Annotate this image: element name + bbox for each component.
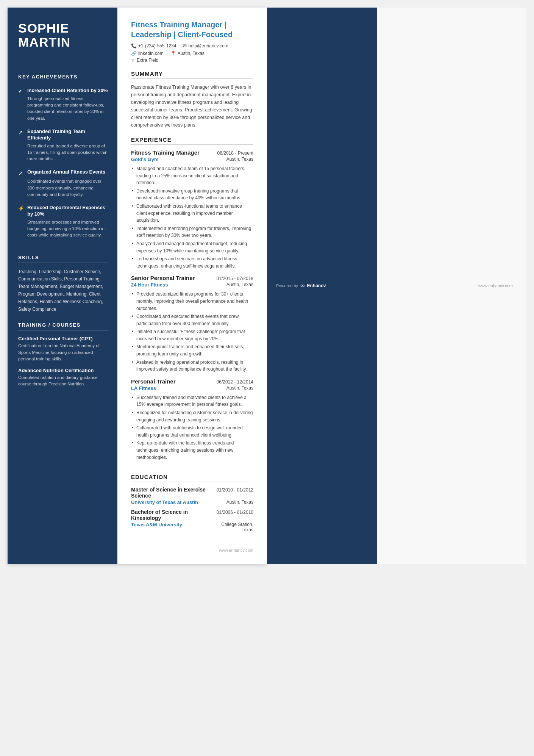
email-contact: ✉ help@enhancv.com: [183, 43, 228, 49]
education-title: EDUCATION: [131, 474, 253, 480]
edu-1-school: University of Texas at Austin: [131, 499, 198, 505]
website-footer: www.enhancv.com: [219, 548, 253, 553]
achievements-title: KEY ACHIEVEMENTS: [18, 74, 108, 80]
training-title: TRAINING / COURSES: [18, 322, 108, 328]
phone-value: +1-(234)-555-1234: [138, 43, 176, 49]
location-value: Austin, Texas: [178, 51, 205, 56]
job-1-company: Gold's Gym: [131, 157, 158, 162]
bullet: Coordinated and executed fitness events …: [131, 313, 253, 327]
job-1-title: Fitness Training Manager: [131, 149, 200, 156]
training-section: TRAINING / COURSES Certified Personal Tr…: [18, 313, 108, 393]
job-1-bullets: Managed and coached a team of 15 persona…: [131, 165, 253, 269]
professional-title: Fitness Training Manager | Leadership | …: [131, 20, 253, 39]
job-2-location: Austin, Texas: [226, 282, 253, 288]
training-2-title: Advanced Nutrition Certification: [18, 368, 108, 373]
training-1-desc: Certification from the National Academy …: [18, 343, 108, 362]
job-2: Senior Personal Trainer 01/2015 - 07/201…: [131, 275, 253, 378]
edu-2-dates: 01/2006 - 01/2010: [217, 510, 253, 515]
sidebar-footer: Powered by ∞ Enhancv: [267, 8, 377, 564]
linkedin-value: linkedin.com: [138, 51, 164, 56]
achievement-3: ↗ Organized Annual Fitness Events Coordi…: [18, 169, 108, 198]
bullet: Mentored junior trainers and enhanced th…: [131, 343, 253, 357]
arrow-up-icon-1: ↗: [18, 129, 24, 136]
enhancv-brand: Enhancv: [307, 283, 326, 288]
job-2-bullets: Provided customized fitness programs for…: [131, 291, 253, 373]
bullet: Recognized for outstanding customer serv…: [131, 409, 253, 423]
experience-title: EXPERIENCE: [131, 136, 253, 143]
skills-section: SKILLS Teaching, Leadership, Customer Se…: [18, 246, 108, 313]
achievement-3-desc: Coordinated events that engaged over 300…: [27, 178, 108, 198]
achievement-4-desc: Streamlined processes and improved budge…: [27, 219, 108, 239]
job-3-location: Austin, Texas: [226, 385, 253, 391]
achievement-4: ⚡ Reduced Departmental Expenses by 10% S…: [18, 205, 108, 239]
bullet: Kept up-to-date with the latest fitness …: [131, 440, 253, 461]
lightning-icon: ⚡: [18, 205, 24, 211]
arrow-up-icon-2: ↗: [18, 170, 24, 177]
extra-value: Extra Field: [137, 58, 158, 63]
checkmark-icon: ✔: [18, 88, 24, 94]
bullet: Assisted in revising operational protoco…: [131, 359, 253, 373]
candidate-name: SOPHIE MARTIN: [18, 21, 108, 50]
skills-text: Teaching, Leadership, Customer Service, …: [18, 268, 108, 313]
edu-2-location: College Station,Texas: [221, 522, 253, 532]
email-icon: ✉: [183, 43, 187, 49]
job-3-bullets: Successfully trained and motivated clien…: [131, 394, 253, 461]
achievement-1-desc: Through personalized fitness programming…: [27, 95, 108, 122]
bullet: Provided customized fitness programs for…: [131, 291, 253, 312]
job-3-title: Personal Trainer: [131, 378, 176, 385]
phone-icon: 📞: [131, 43, 137, 49]
training-2: Advanced Nutrition Certification Complet…: [18, 368, 108, 388]
job-1-dates: 08/2018 - Present: [217, 150, 253, 156]
job-3-dates: 06/2012 - 12/2014: [217, 379, 253, 385]
bullet: Implemented a mentoring program for trai…: [131, 225, 253, 239]
achievement-2-title: Expanded Training Team Efficiently: [27, 128, 108, 141]
training-1-title: Certified Personal Trainer (CPT): [18, 336, 108, 341]
bullet: Successfully trained and motivated clien…: [131, 394, 253, 408]
edu-1: Master of Science in Exercise Science 01…: [131, 487, 253, 509]
edu-1-degree: Master of Science in Exercise Science: [131, 487, 217, 499]
summary-title: SUMMARY: [131, 70, 253, 77]
job-2-company: 24 Hour Fitness: [131, 282, 168, 288]
job-1-location: Austin, Texas: [226, 157, 253, 162]
achievement-3-title: Organized Annual Fitness Events: [27, 169, 105, 175]
bullet: Initiated a successful 'Fitness Challeng…: [131, 328, 253, 342]
sidebar: SOPHIE MARTIN KEY ACHIEVEMENTS ✔ Increas…: [8, 8, 117, 564]
powered-by-label: Powered by ∞ Enhancv: [276, 282, 326, 289]
achievement-4-title: Reduced Departmental Expenses by 10%: [27, 205, 108, 218]
email-value: help@enhancv.com: [188, 43, 228, 49]
edu-2: Bachelor of Science in Kinesiology 01/20…: [131, 509, 253, 536]
star-icon: ☆: [131, 58, 135, 63]
bullet: Developed innovative group training prog…: [131, 188, 253, 202]
training-1: Certified Personal Trainer (CPT) Certifi…: [18, 336, 108, 362]
achievement-1-title: Increased Client Retention by 30%: [27, 88, 108, 94]
extra-field-row: ☆ Extra Field: [131, 58, 253, 63]
job-1: Fitness Training Manager 08/2018 - Prese…: [131, 149, 253, 275]
enhancv-logo-icon: ∞: [300, 282, 304, 289]
location-icon: 📍: [170, 51, 176, 56]
footer-website: www.enhancv.com: [478, 283, 513, 288]
phone-contact: 📞 +1-(234)-555-1234: [131, 43, 176, 49]
contact-row: 📞 +1-(234)-555-1234 ✉ help@enhancv.com 🔗…: [131, 43, 253, 56]
linkedin-contact: 🔗 linkedin.com: [131, 51, 164, 56]
achievements-section: KEY ACHIEVEMENTS ✔ Increased Client Rete…: [18, 65, 108, 246]
skills-title: SKILLS: [18, 255, 108, 260]
job-2-dates: 01/2015 - 07/2018: [217, 276, 253, 281]
training-2-desc: Completed nutrition and dietary guidance…: [18, 374, 108, 388]
job-3: Personal Trainer 06/2012 - 12/2014 LA Fi…: [131, 378, 253, 466]
bullet: Collaborated with cross-functional teams…: [131, 203, 253, 224]
achievement-2: ↗ Expanded Training Team Efficiently Rec…: [18, 128, 108, 163]
main-content: Fitness Training Manager | Leadership | …: [117, 8, 267, 564]
bullet: Analyzed and managed departmental budget…: [131, 240, 253, 254]
extra-contact: ☆ Extra Field: [131, 58, 158, 63]
edu-1-dates: 01/2010 - 01/2012: [217, 487, 253, 493]
job-2-title: Senior Personal Trainer: [131, 275, 195, 281]
bullet: Collaborated with nutritionists to desig…: [131, 424, 253, 438]
edu-2-school: Texas A&M University: [131, 522, 182, 532]
bullet: Led workshops and seminars on advanced f…: [131, 255, 253, 269]
summary-text: Passionate Fitness Training Manager with…: [131, 83, 253, 129]
edu-1-location: Austin, Texas: [226, 499, 253, 505]
job-3-company: LA Fitness: [131, 385, 156, 391]
achievement-1: ✔ Increased Client Retention by 30% Thro…: [18, 88, 108, 122]
achievement-2-desc: Recruited and trained a diverse group of…: [27, 143, 108, 163]
linkedin-icon: 🔗: [131, 51, 137, 56]
